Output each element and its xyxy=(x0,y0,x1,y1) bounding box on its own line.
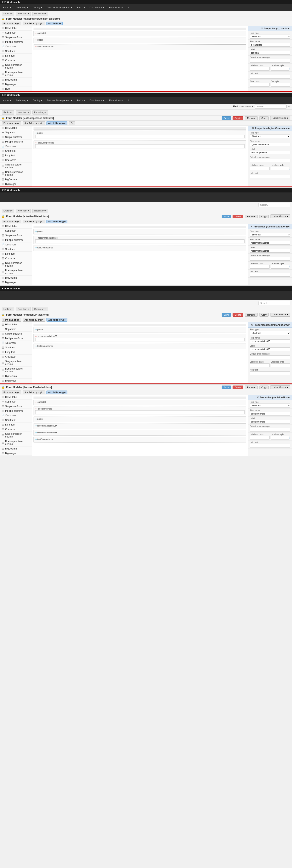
field-name-input-3[interactable] xyxy=(250,241,290,245)
nav-extensions-2[interactable]: Extensions ▾ xyxy=(108,99,123,102)
explore-btn-2[interactable]: Explore ▾ xyxy=(2,110,14,115)
info-icon-1[interactable]: ℹ xyxy=(289,67,290,70)
palette-simple-subform-3[interactable]: Simple subform ⋮ xyxy=(0,233,32,238)
palette-single-decimal-2[interactable]: Single precision decimal ⋮ xyxy=(0,162,32,170)
field-test-competence-2[interactable]: testCompetence xyxy=(34,141,246,149)
default-error-input-3[interactable] xyxy=(250,257,290,260)
field-type-select-2[interactable]: Short text xyxy=(250,134,290,138)
tab-add-fields-type-3[interactable]: Add fields by type xyxy=(46,220,67,223)
nav-process-2[interactable]: Process Management ▾ xyxy=(46,99,73,102)
palette-byte-1[interactable]: Byte ⋮ xyxy=(0,87,32,91)
field-poste-4[interactable]: ● poste xyxy=(34,327,246,333)
palette-html-label-4[interactable]: HTML label ⋮ xyxy=(0,322,32,327)
palette-short-text-5[interactable]: Short text ⋮ xyxy=(0,418,32,423)
palette-multiple-subform-3[interactable]: Multiple subform ⋮ xyxy=(0,238,32,242)
nav-deploy-1[interactable]: Deploy ▾ xyxy=(32,6,43,9)
close-x-2[interactable]: ✕ xyxy=(252,127,254,130)
nav-deploy-2[interactable]: Deploy ▾ xyxy=(32,99,43,102)
search-input-2[interactable] xyxy=(255,104,287,108)
palette-character-1[interactable]: Character ⋮ xyxy=(0,58,32,63)
copy-btn-2[interactable]: Copy xyxy=(259,116,269,120)
palette-bigdecimal-2[interactable]: BigDecimal ⋮ xyxy=(0,177,32,182)
new-item-btn-4[interactable]: New Item ▾ xyxy=(16,307,31,311)
nav-extensions-1[interactable]: Extensions ▾ xyxy=(108,6,123,9)
palette-single-decimal-5[interactable]: Single precision decimal ⋮ xyxy=(0,432,32,439)
palette-separator-4[interactable]: Separator ⋮ xyxy=(0,327,32,332)
palette-single-decimal-1[interactable]: Single precision decimal ⋮ xyxy=(0,63,32,70)
palette-bigdecimal-4[interactable]: BigDecimal ⋮ xyxy=(0,374,32,378)
palette-single-decimal-4[interactable]: Single precision decimal ⋮ xyxy=(0,359,32,367)
tab-add-fields-origin-5[interactable]: Add fields by origin xyxy=(23,391,45,394)
palette-double-decimal-4[interactable]: Double precision decimal ⋮ xyxy=(0,367,32,374)
rename-btn-4[interactable]: Rename xyxy=(245,313,258,317)
field-poste-2[interactable]: ● poste xyxy=(34,130,246,139)
palette-simple-subform-5[interactable]: Simple subform ⋮ xyxy=(0,404,32,409)
new-item-btn-3[interactable]: New Item ▾ xyxy=(16,209,31,213)
field-name-input-2[interactable] xyxy=(250,143,290,146)
palette-html-label-1[interactable]: HTML label ⋮ xyxy=(0,26,32,31)
palette-single-decimal-3[interactable]: Single precision decimal ⋮ xyxy=(0,261,32,268)
settings-icon-2[interactable]: ⚙ xyxy=(288,105,290,108)
nav-help-1[interactable]: ? xyxy=(126,6,130,9)
info-icon-2[interactable]: ℹ xyxy=(289,167,290,170)
label-css-class-input-5[interactable] xyxy=(250,436,270,439)
close-x-1[interactable]: ✕ xyxy=(261,27,263,30)
delete-btn-2[interactable]: Delete xyxy=(232,116,243,120)
delete-btn-5[interactable]: Delete xyxy=(232,385,243,389)
nav-tasks-1[interactable]: Tasks ▾ xyxy=(76,6,85,9)
delete-btn-3[interactable]: Delete xyxy=(232,215,243,218)
palette-short-text-3[interactable]: Short text ⋮ xyxy=(0,247,32,252)
test-competence-input-2[interactable] xyxy=(35,144,245,148)
palette-simple-subform-1[interactable]: Simple subform ⋮ xyxy=(0,35,32,40)
search-input-3[interactable] xyxy=(258,203,290,207)
palette-character-2[interactable]: Character ⋮ xyxy=(0,158,32,162)
palette-multiple-subform-4[interactable]: Multiple subform ⋮ xyxy=(0,336,32,341)
palette-long-text-3[interactable]: Long text ⋮ xyxy=(0,252,32,256)
palette-separator-3[interactable]: Separator ⋮ xyxy=(0,229,32,233)
nav-home-2[interactable]: Home ▾ xyxy=(2,99,12,102)
palette-separator-1[interactable]: Separator ⋮ xyxy=(0,31,32,35)
field-type-select-5[interactable]: Short text xyxy=(250,404,290,407)
palette-double-decimal-1[interactable]: Double precision decimal ⋮ xyxy=(0,70,32,78)
explore-btn-4[interactable]: Explore ▾ xyxy=(2,307,14,311)
repository-btn-3[interactable]: Repository ▾ xyxy=(32,209,48,213)
field-recommandation-cp-4[interactable]: recommandationCP xyxy=(34,334,246,342)
repository-btn-2[interactable]: Repository ▾ xyxy=(32,110,48,115)
tab-form-data-origin-5[interactable]: Form data origin xyxy=(2,391,21,394)
palette-simple-subform-4[interactable]: Simple subform ⋮ xyxy=(0,332,32,336)
label-css-class-input-3[interactable] xyxy=(250,265,270,269)
field-candidat-1[interactable]: candidat xyxy=(34,31,246,36)
latest-btn-3[interactable]: Latest Version ▾ xyxy=(270,214,290,218)
copy-btn-5[interactable]: Copy xyxy=(259,385,269,389)
palette-long-text-2[interactable]: Long text ⋮ xyxy=(0,153,32,158)
recommandation-rh-input-3[interactable] xyxy=(35,240,245,243)
palette-html-label-5[interactable]: HTML label ⋮ xyxy=(0,395,32,400)
help-text-input-2[interactable] xyxy=(250,175,290,178)
recommandation-cp-input-4[interactable] xyxy=(35,338,245,341)
save-btn-2[interactable]: Save xyxy=(222,116,231,120)
field-name-input-4[interactable] xyxy=(250,339,290,343)
tab-add-fields-type-4[interactable]: Add fields by type xyxy=(46,318,67,321)
palette-bigdecimal-5[interactable]: BigDecimal ⋮ xyxy=(0,446,32,451)
field-test-competence-5[interactable]: ● testCompetence xyxy=(34,437,246,442)
save-btn-4[interactable]: Save xyxy=(222,313,231,317)
new-item-btn-2[interactable]: New Item ▾ xyxy=(16,110,31,115)
palette-document-1[interactable]: 📄 Document ⋮ xyxy=(0,44,32,49)
nav-process-1[interactable]: Process Management ▾ xyxy=(46,6,73,9)
info-icon-3[interactable]: ℹ xyxy=(289,265,290,269)
tab-form-data-origin-1[interactable]: Form data origin xyxy=(2,22,21,25)
palette-long-text-4[interactable]: Long text ⋮ xyxy=(0,350,32,354)
copy-btn-3[interactable]: Copy xyxy=(259,215,269,218)
poste-input-2[interactable] xyxy=(35,135,245,138)
label-input-4[interactable] xyxy=(250,347,290,351)
field-test-competence-4[interactable]: ● testCompetence xyxy=(34,344,246,349)
palette-multiple-subform-1[interactable]: Multiple subform ⋮ xyxy=(0,40,32,44)
close-x-5[interactable]: ✕ xyxy=(257,396,259,399)
field-type-select-4[interactable]: Short text xyxy=(250,331,290,335)
field-poste-1[interactable]: poste xyxy=(34,38,246,43)
label-css-class-input-1[interactable] xyxy=(250,67,270,70)
field-recommandation-rh-5[interactable]: ● recommandationRH xyxy=(34,430,246,436)
new-item-btn-1[interactable]: New Item ▾ xyxy=(16,11,31,16)
latest-btn-4[interactable]: Latest Version ▾ xyxy=(270,313,290,317)
field-poste-3[interactable]: ● poste xyxy=(34,229,246,235)
